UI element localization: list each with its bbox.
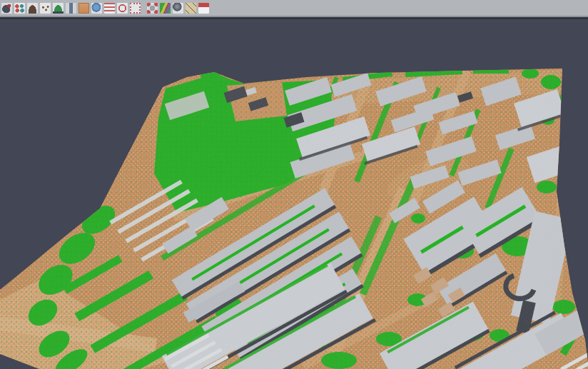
tin-surface-icon bbox=[27, 3, 38, 14]
profile-lines-icon bbox=[104, 3, 115, 14]
measure-icon bbox=[186, 3, 196, 14]
ground-tile-button[interactable] bbox=[78, 2, 90, 14]
measure-button[interactable] bbox=[185, 2, 197, 14]
classified-render-icon bbox=[160, 3, 171, 14]
cross-section-icon bbox=[66, 3, 76, 14]
noise-overlay bbox=[0, 69, 588, 369]
rect-select-icon bbox=[130, 3, 141, 14]
globe-view-button[interactable] bbox=[91, 2, 103, 14]
ground-tile-icon bbox=[78, 3, 89, 14]
flag-mark-button[interactable] bbox=[198, 2, 210, 14]
main-toolbar bbox=[0, 0, 588, 16]
flag-mark-icon bbox=[198, 3, 209, 14]
viewport-top-border bbox=[0, 17, 588, 19]
classify-points-button[interactable] bbox=[14, 2, 26, 14]
globe-view-icon bbox=[91, 3, 102, 14]
classify-points-icon bbox=[14, 3, 25, 14]
sparse-points-icon bbox=[40, 3, 51, 14]
screenshot-button[interactable] bbox=[146, 2, 158, 14]
sparse-points-button[interactable] bbox=[39, 2, 51, 14]
app-window: { "window": { "title": "point-cloud-view… bbox=[0, 0, 588, 369]
screenshot-icon bbox=[147, 3, 158, 14]
tin-surface-button[interactable] bbox=[26, 2, 39, 14]
sphere-render-icon bbox=[173, 3, 183, 14]
circle-select-button[interactable] bbox=[116, 2, 128, 14]
rect-select-button[interactable] bbox=[129, 2, 141, 14]
profile-select-icon bbox=[1, 3, 12, 14]
cross-section-button[interactable] bbox=[65, 2, 77, 14]
sphere-render-button[interactable] bbox=[172, 2, 184, 14]
pointcloud-render[interactable] bbox=[0, 19, 588, 369]
classified-render-button[interactable] bbox=[159, 2, 171, 14]
circle-select-icon bbox=[117, 3, 128, 14]
3d-viewport[interactable] bbox=[0, 19, 588, 369]
profile-lines-button[interactable] bbox=[103, 2, 116, 14]
profile-select-button[interactable] bbox=[1, 2, 13, 14]
terrain-surface-icon bbox=[53, 3, 64, 14]
terrain-surface-button[interactable] bbox=[52, 2, 64, 14]
